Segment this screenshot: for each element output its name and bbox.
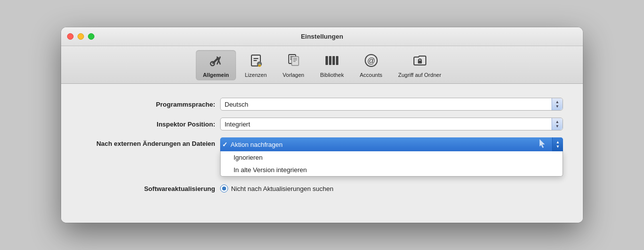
tab-bibliothek-label: Bibliothek	[320, 72, 344, 78]
svg-rect-20	[336, 56, 338, 65]
inspektor-label: Inspektor Position:	[81, 121, 220, 128]
dropdown-selected-text: Aktion nachfragen	[231, 141, 283, 148]
radio-label: Nicht nach Aktualisierungen suchen	[231, 185, 333, 192]
settings-window: Einstellungen Allgemein	[61, 27, 583, 223]
svg-text:🔒: 🔒	[257, 62, 261, 67]
traffic-lights	[67, 33, 94, 40]
window-title: Einstellungen	[301, 33, 343, 40]
dropdown-option-integrieren[interactable]: In alte Version integrieren	[221, 164, 563, 176]
stepper-down-icon: ▼	[556, 105, 560, 109]
stepper-up-icon: ▲	[556, 120, 560, 124]
dropdown-option-ignorieren[interactable]: Ignorieren	[221, 151, 563, 164]
softwareaktualisierung-label: Softwareaktualisierung	[81, 184, 220, 192]
tab-accounts[interactable]: @ Accounts	[353, 50, 389, 80]
externe-row: Nach externen Änderungen an Dateien ✓ Ak…	[81, 137, 563, 177]
svg-rect-16	[293, 61, 296, 62]
inspektor-select[interactable]: Integriert ▲ ▼	[220, 118, 563, 130]
radio-button[interactable]	[220, 185, 228, 192]
dropdown-list: Ignorieren In alte Version integrieren	[220, 151, 563, 177]
svg-rect-14	[293, 58, 297, 59]
inspektor-row: Inspektor Position: Integriert ▲ ▼	[81, 118, 563, 130]
svg-rect-17	[325, 56, 328, 65]
tab-bibliothek[interactable]: Bibliothek	[313, 50, 351, 80]
dropdown-stepper-down: ▼	[556, 145, 560, 149]
svg-rect-6	[253, 60, 257, 61]
checkmark-icon: ✓	[222, 141, 228, 148]
tab-allgemein-label: Allgemein	[203, 72, 229, 78]
tab-accounts-label: Accounts	[360, 72, 382, 78]
programmsprache-select[interactable]: Deutsch ▲ ▼	[220, 98, 563, 111]
dropdown-stepper[interactable]: ▲ ▼	[552, 137, 563, 151]
toolbar: Allgemein 🔒 Lizenzen	[61, 46, 583, 84]
tab-lizenzen[interactable]: 🔒 Lizenzen	[238, 50, 274, 80]
bibliothek-icon	[324, 53, 339, 70]
allgemein-icon	[208, 53, 223, 70]
externe-dropdown[interactable]: ✓ Aktion nachfragen ▲ ▼	[220, 137, 563, 177]
dropdown-stepper-up: ▲	[556, 140, 560, 144]
svg-rect-5	[253, 58, 258, 59]
programmsprache-stepper[interactable]: ▲ ▼	[552, 98, 563, 110]
tab-vorlagen[interactable]: Vorlagen	[276, 50, 311, 80]
svg-text:@: @	[367, 57, 375, 65]
stepper-down-icon: ▼	[556, 125, 560, 128]
inspektor-stepper[interactable]: ▲ ▼	[552, 118, 563, 130]
tab-allgemein[interactable]: Allgemein	[196, 50, 236, 80]
externe-control: ✓ Aktion nachfragen ▲ ▼	[220, 137, 563, 177]
maximize-button[interactable]	[88, 33, 94, 40]
accounts-icon: @	[364, 53, 379, 70]
minimize-button[interactable]	[78, 33, 84, 40]
title-bar: Einstellungen	[61, 27, 583, 46]
svg-rect-15	[293, 60, 297, 61]
svg-rect-23	[418, 61, 422, 63]
tab-zugriff-label: Zugriff auf Ordner	[398, 72, 441, 78]
close-button[interactable]	[67, 33, 74, 40]
inspektor-value: Integriert	[225, 121, 250, 128]
tab-zugriff[interactable]: Zugriff auf Ordner	[391, 50, 448, 80]
radio-container: Nicht nach Aktualisierungen suchen	[220, 184, 333, 192]
content-area: Programmsprache: Deutsch ▲ ▼ Inspektor P…	[61, 84, 583, 223]
lizenzen-icon: 🔒	[248, 53, 263, 70]
tab-lizenzen-label: Lizenzen	[245, 72, 267, 78]
cursor-icon	[539, 138, 546, 150]
programmsprache-value: Deutsch	[225, 101, 248, 108]
stepper-up-icon: ▲	[556, 100, 560, 104]
svg-rect-19	[332, 56, 335, 65]
software-section: Softwareaktualisierung Nicht nach Aktual…	[81, 184, 563, 192]
inspektor-control: Integriert ▲ ▼	[220, 118, 563, 130]
tab-vorlagen-label: Vorlagen	[283, 72, 304, 78]
radio-dot-inner	[222, 187, 226, 190]
externe-label: Nach externen Änderungen an Dateien	[81, 137, 220, 147]
programmsprache-label: Programmsprache:	[81, 101, 220, 108]
programmsprache-control: Deutsch ▲ ▼	[220, 98, 563, 111]
svg-rect-18	[329, 56, 331, 65]
dropdown-selected-row[interactable]: ✓ Aktion nachfragen ▲ ▼	[220, 137, 563, 151]
vorlagen-icon	[286, 53, 301, 70]
zugriff-icon	[412, 53, 427, 70]
programmsprache-row: Programmsprache: Deutsch ▲ ▼	[81, 98, 563, 111]
